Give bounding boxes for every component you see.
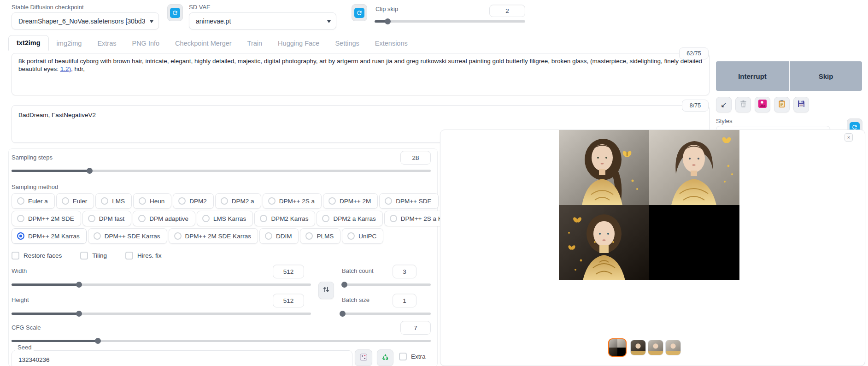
sampler-lms[interactable]: LMS [95,193,132,209]
generated-image-3[interactable] [559,205,649,280]
extra-networks-button[interactable] [755,97,770,112]
paste-generation-params-button[interactable]: ↙ [716,97,732,112]
apply-style-button[interactable] [774,97,790,112]
checkbox-icon [399,353,407,360]
radio-icon [178,197,186,205]
generated-image-2[interactable] [649,130,739,205]
chevron-down-icon [327,20,331,23]
tab-txt2img[interactable]: txt2img [8,35,49,51]
dice-icon [359,353,368,363]
radio-icon [265,232,272,240]
generated-image-grid[interactable] [559,130,739,280]
cfg-scale-input[interactable]: 7 [400,321,431,335]
tab-hugging-face[interactable]: Hugging Face [270,36,327,51]
random-seed-button[interactable] [355,349,372,366]
sampler-dpm2-a[interactable]: DPM2 a [215,193,261,209]
sampler-dpmpp-2m-karras-selected[interactable]: DPM++ 2M Karras [12,228,87,244]
tab-extensions[interactable]: Extensions [367,36,416,51]
cfg-scale-slider[interactable] [12,338,431,344]
sampler-dpmpp-2m-sde[interactable]: DPM++ 2M SDE [12,211,81,226]
sampler-dpm2-karras[interactable]: DPM2 Karras [254,211,315,226]
batch-size-slider[interactable] [342,311,431,317]
sampler-dpmpp-2m-sde-karras[interactable]: DPM++ 2M SDE Karras [169,228,258,244]
sampler-dpm-fast[interactable]: DPM fast [82,211,132,226]
vae-dropdown[interactable]: animevae.pt [189,12,336,30]
tab-train[interactable]: Train [240,36,270,51]
width-input[interactable]: 512 [273,265,304,278]
vae-label: SD VAE [189,4,211,11]
seed-input[interactable]: 132340236 [12,350,352,366]
skip-button[interactable]: Skip [790,61,862,91]
sampling-method-label: Sampling method [12,183,58,190]
checkbox-icon [80,252,88,260]
sampler-dpmpp-sde[interactable]: DPM++ SDE [379,193,438,209]
sampler-dpmpp-2m[interactable]: DPM++ 2M [323,193,378,209]
sampler-unipc[interactable]: UniPC [342,228,383,244]
tab-img2img[interactable]: img2img [49,36,90,51]
slider-handle[interactable] [76,282,82,288]
sampler-lms-karras[interactable]: LMS Karras [197,211,253,226]
sampler-euler-a[interactable]: Euler a [12,193,55,209]
clip-skip-input[interactable]: 2 [489,5,525,17]
checkpoint-value: DreamShaper_6_NoVae.safetensors [30bd304… [18,18,145,25]
sampler-plms[interactable]: PLMS [300,228,340,244]
tab-settings[interactable]: Settings [327,36,367,51]
sampler-ddim[interactable]: DDIM [259,228,299,244]
gallery-thumbnail-grid-selected[interactable] [608,338,627,357]
sampler-dpm2-a-karras[interactable]: DPM2 a Karras [317,211,382,226]
tiling-checkbox[interactable]: Tiling [80,252,107,260]
slider-handle[interactable] [385,18,391,24]
reuse-seed-button[interactable] [377,349,393,366]
batch-count-slider[interactable] [342,282,431,288]
extra-seed-checkbox[interactable]: Extra [399,353,426,360]
prompt-textarea[interactable]: 8k portrait of beautiful cyborg with bro… [12,53,710,95]
slider-track [375,20,525,23]
batch-count-input[interactable]: 3 [393,265,416,278]
radio-icon [347,232,355,240]
height-slider[interactable] [12,311,311,317]
swap-width-height-button[interactable] [318,282,334,299]
clip-skip-label: Clip skip [375,6,398,12]
gallery-thumbnail-4[interactable] [665,340,681,355]
clip-skip-slider[interactable] [375,18,525,24]
checkpoint-dropdown[interactable]: DreamShaper_6_NoVae.safetensors [30bd304… [12,12,159,30]
sampler-dpm-adaptive[interactable]: DPM adaptive [133,211,195,226]
sampler-dpmpp-2s-a[interactable]: DPM++ 2S a [263,193,322,209]
portrait-dark-bg-image [559,205,649,280]
restore-faces-checkbox[interactable]: Restore faces [12,252,62,260]
batch-size-input[interactable]: 1 [393,294,416,307]
sampler-euler[interactable]: Euler [56,193,94,209]
height-input[interactable]: 512 [273,294,304,307]
tab-png-info[interactable]: PNG Info [124,36,167,51]
radio-icon [221,197,228,205]
sampling-steps-slider[interactable] [12,168,431,174]
slider-handle[interactable] [341,282,347,288]
close-gallery-button[interactable]: × [845,133,853,142]
interrupt-button[interactable]: Interrupt [716,61,790,91]
portrait-braid-image [559,130,649,205]
options-row: Restore faces Tiling Hires. fix [12,252,162,260]
sampler-dpm2[interactable]: DPM2 [173,193,214,209]
checkbox-icon [125,252,133,260]
generated-image-1[interactable] [559,130,649,205]
refresh-checkpoint-button[interactable] [167,4,183,21]
slider-handle[interactable] [87,168,93,174]
sampler-heun[interactable]: Heun [133,193,171,209]
prompt-token-counter: 62/75 [679,47,709,59]
hires-fix-checkbox[interactable]: Hires. fix [125,252,162,260]
width-slider[interactable] [12,282,311,288]
generated-image-4-black[interactable] [649,205,739,280]
gallery-thumbnail-2[interactable] [630,340,646,355]
gallery-thumbnail-3[interactable] [648,340,663,355]
slider-handle[interactable] [95,338,101,344]
clear-prompt-button[interactable] [735,97,751,112]
sampler-row-1: Euler a Euler LMS Heun DPM2 DPM2 a DPM++… [12,193,439,209]
sampler-dpmpp-sde-karras[interactable]: DPM++ SDE Karras [88,228,167,244]
tab-checkpoint-merger[interactable]: Checkpoint Merger [167,36,240,51]
slider-handle[interactable] [340,311,346,317]
refresh-vae-button[interactable] [352,4,367,21]
tab-extras[interactable]: Extras [89,36,124,51]
sampling-steps-input[interactable]: 28 [400,151,431,165]
slider-handle[interactable] [76,311,82,317]
save-style-button[interactable] [793,97,809,112]
